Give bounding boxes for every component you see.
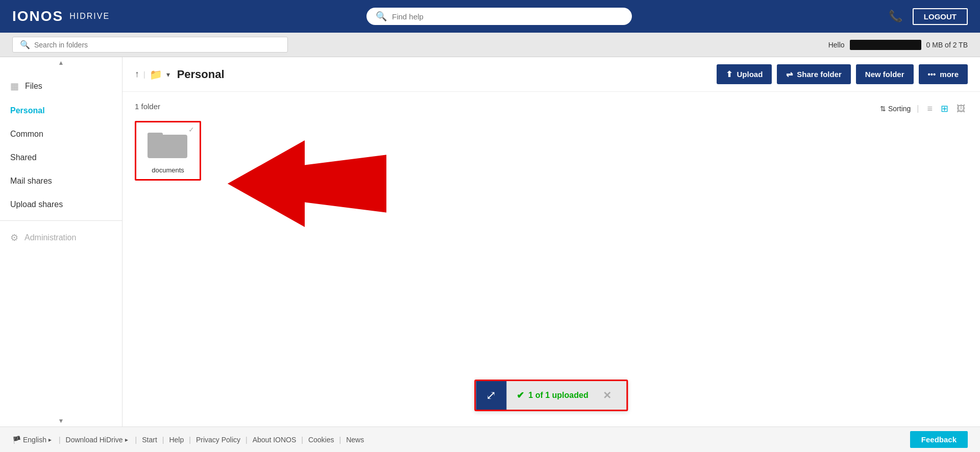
upload-icon: ⬆ bbox=[726, 69, 732, 79]
folder-item-documents[interactable]: ✓ documents bbox=[135, 121, 201, 181]
help-search-input[interactable] bbox=[392, 12, 623, 21]
sidebar: ▲ ▦ Files Personal Common Shared Mail sh… bbox=[0, 57, 122, 426]
files-icon: ▦ bbox=[10, 81, 19, 92]
svg-rect-0 bbox=[148, 135, 187, 158]
view-controls: ⇅ Sorting | ≡ ⊞ 🖼 bbox=[880, 102, 968, 115]
hello-section: Hello 0 MB of 2 TB bbox=[828, 40, 968, 50]
toolbar-actions: ⬆ Upload ⇌ Share folder New folder ••• m… bbox=[717, 64, 968, 84]
sidebar-item-mail-shares[interactable]: Mail shares bbox=[0, 169, 122, 193]
svg-rect-1 bbox=[148, 133, 163, 138]
nav-separator: | bbox=[143, 70, 145, 79]
hello-label: Hello bbox=[828, 41, 845, 49]
content-body: 1 folder ⇅ Sorting | ≡ ⊞ 🖼 ✓ bbox=[122, 92, 980, 426]
content-area: ↑ | 📁 ▾ Personal ⬆ Upload ⇌ Share folder… bbox=[122, 57, 980, 426]
sidebar-item-administration[interactable]: ⚙ Administration bbox=[0, 225, 122, 250]
up-arrow-icon[interactable]: ↑ bbox=[135, 69, 139, 80]
logo-ionos: IONOS bbox=[12, 8, 63, 24]
new-folder-label: New folder bbox=[865, 70, 904, 79]
sidebar-personal-label: Personal bbox=[10, 106, 45, 115]
more-button[interactable]: ••• more bbox=[919, 64, 968, 84]
list-view-button[interactable]: ≡ bbox=[925, 103, 935, 115]
second-bar: 🔍 Hello 0 MB of 2 TB bbox=[0, 33, 980, 57]
sidebar-item-shared[interactable]: Shared bbox=[0, 146, 122, 169]
upload-count-text: 1 of 1 uploaded bbox=[528, 391, 588, 400]
upload-button[interactable]: ⬆ Upload bbox=[717, 64, 772, 84]
folder-svg-icon bbox=[148, 128, 188, 160]
sidebar-item-files[interactable]: ▦ Files bbox=[0, 73, 122, 99]
admin-gear-icon: ⚙ bbox=[10, 232, 18, 243]
sidebar-admin-label: Administration bbox=[24, 233, 76, 242]
footer-sep-6: | bbox=[301, 436, 303, 444]
footer-privacy-policy[interactable]: Privacy Policy bbox=[196, 436, 240, 444]
sidebar-files-label: Files bbox=[25, 82, 42, 91]
language-arrow-icon: ▸ bbox=[48, 436, 52, 443]
logout-button[interactable]: LOGOUT bbox=[913, 8, 968, 25]
new-folder-button[interactable]: New folder bbox=[856, 64, 914, 84]
logo-hidrive: HIDRIVE bbox=[69, 12, 110, 21]
page-title: Personal bbox=[177, 68, 225, 81]
sidebar-item-upload-shares[interactable]: Upload shares bbox=[0, 193, 122, 216]
footer-sep-7: | bbox=[339, 436, 341, 444]
footer-help[interactable]: Help bbox=[169, 436, 184, 444]
footer-start[interactable]: Start bbox=[142, 436, 157, 444]
upload-notification: ⤢ ✔ 1 of 1 uploaded ✕ bbox=[474, 380, 628, 411]
footer-about-ionos[interactable]: About IONOS bbox=[253, 436, 297, 444]
footer-sep-1: | bbox=[59, 436, 61, 444]
sorting-icon: ⇅ bbox=[880, 105, 886, 113]
view-separator: | bbox=[917, 104, 919, 113]
image-view-button[interactable]: 🖼 bbox=[954, 103, 968, 115]
more-label: more bbox=[940, 70, 959, 79]
main-layout: ▲ ▦ Files Personal Common Shared Mail sh… bbox=[0, 57, 980, 426]
expand-arrows-icon: ⤢ bbox=[486, 388, 496, 403]
help-search-bar[interactable]: 🔍 bbox=[366, 8, 632, 25]
phone-icon: 📞 bbox=[889, 10, 902, 23]
footer-sep-2: | bbox=[135, 436, 137, 444]
folder-count: 1 folder bbox=[135, 102, 968, 111]
folder-grid: ✓ documents bbox=[135, 121, 968, 181]
footer-sep-4: | bbox=[189, 436, 191, 444]
download-arrow-icon: ▸ bbox=[125, 436, 128, 443]
top-nav-search: 🔍 bbox=[120, 8, 878, 25]
upload-close-button[interactable]: ✕ bbox=[598, 389, 617, 401]
footer-sep-3: | bbox=[162, 436, 164, 444]
footer-language[interactable]: English bbox=[23, 436, 46, 444]
username bbox=[850, 40, 921, 50]
breadcrumb-dropdown-icon[interactable]: ▾ bbox=[166, 70, 170, 79]
upload-expand-button[interactable]: ⤢ bbox=[476, 381, 506, 410]
content-toolbar: ↑ | 📁 ▾ Personal ⬆ Upload ⇌ Share folder… bbox=[122, 57, 980, 92]
share-label: Share folder bbox=[797, 70, 842, 79]
sidebar-scroll-down[interactable]: ▼ bbox=[0, 415, 122, 426]
sidebar-scroll: ▦ Files Personal Common Shared Mail shar… bbox=[0, 68, 122, 415]
sidebar-divider bbox=[0, 220, 122, 221]
sidebar-common-label: Common bbox=[10, 130, 43, 139]
sorting-label: Sorting bbox=[888, 105, 911, 113]
footer-news[interactable]: News bbox=[346, 436, 364, 444]
grid-view-button[interactable]: ⊞ bbox=[939, 102, 950, 115]
toolbar-nav: ↑ | 📁 ▾ bbox=[135, 68, 170, 81]
footer-cookies[interactable]: Cookies bbox=[308, 436, 334, 444]
top-nav: IONOS HIDRIVE 🔍 📞 LOGOUT bbox=[0, 0, 980, 33]
upload-status-text: ✔ 1 of 1 uploaded ✕ bbox=[506, 383, 626, 408]
sidebar-item-common[interactable]: Common bbox=[0, 122, 122, 146]
sidebar-scroll-up[interactable]: ▲ bbox=[0, 57, 122, 68]
footer-sep-5: | bbox=[246, 436, 248, 444]
breadcrumb-folder-icon: 📁 bbox=[150, 68, 162, 81]
footer-download-hidrive[interactable]: Download HiDrive bbox=[66, 436, 123, 444]
folder-search-bar[interactable]: 🔍 bbox=[12, 37, 288, 53]
footer: 🏴 English ▸ | Download HiDrive ▸ | Start… bbox=[0, 426, 980, 452]
more-dots-icon: ••• bbox=[928, 70, 936, 79]
share-folder-button[interactable]: ⇌ Share folder bbox=[777, 64, 851, 84]
sidebar-item-personal[interactable]: Personal bbox=[0, 99, 122, 122]
sorting-button[interactable]: ⇅ Sorting bbox=[880, 105, 911, 113]
search-folders-icon: 🔍 bbox=[20, 40, 30, 49]
sidebar-upload-shares-label: Upload shares bbox=[10, 200, 63, 209]
search-icon: 🔍 bbox=[376, 11, 387, 22]
upload-check-icon: ✔ bbox=[517, 390, 524, 401]
sidebar-shared-label: Shared bbox=[10, 153, 37, 162]
folder-search-input[interactable] bbox=[34, 41, 280, 49]
folder-check-icon: ✓ bbox=[188, 125, 194, 134]
feedback-button[interactable]: Feedback bbox=[910, 431, 968, 448]
folder-name: documents bbox=[152, 166, 184, 174]
sidebar-mail-shares-label: Mail shares bbox=[10, 177, 52, 186]
upload-label: Upload bbox=[737, 70, 763, 79]
